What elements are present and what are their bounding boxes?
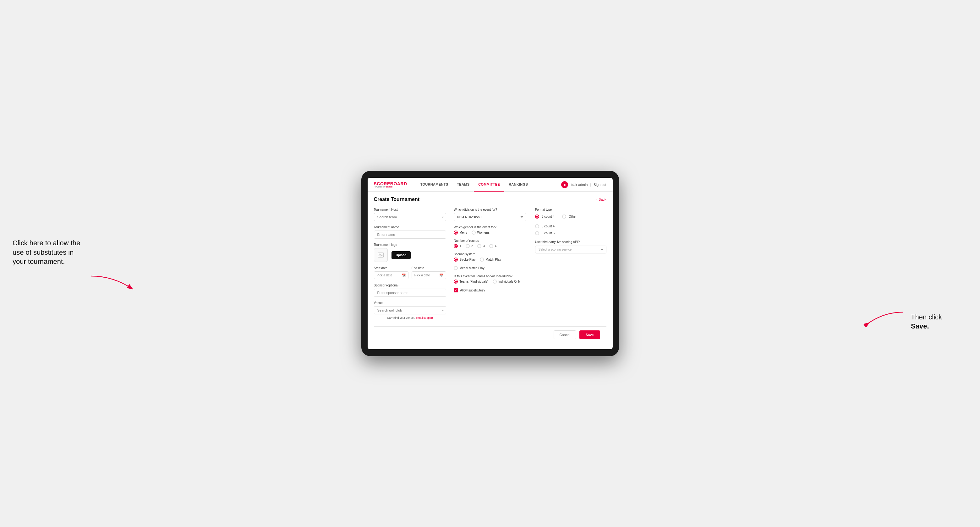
svg-rect-0	[378, 253, 383, 257]
nav-user-area: B blair admin | Sign out	[561, 181, 606, 188]
upload-button[interactable]: Upload	[391, 251, 411, 259]
logo-subtitle: Powered by clippd	[374, 186, 407, 188]
scoring-stroke-radio[interactable]	[454, 257, 458, 262]
format-type-label: Format type	[535, 208, 606, 211]
allow-subs-checkbox[interactable]: ✓	[454, 288, 458, 292]
form-footer: Cancel Save	[374, 326, 606, 343]
rounds-3[interactable]: 3	[477, 244, 485, 248]
annotation-left: Click here to allow the use of substitut…	[13, 238, 82, 266]
tournament-host-group: Tournament Host ▾	[374, 208, 447, 221]
tournament-name-group: Tournament name	[374, 225, 447, 239]
end-date-label: End date	[412, 266, 446, 270]
division-label: Which division is the event for?	[454, 208, 526, 211]
rounds-2[interactable]: 2	[466, 244, 473, 248]
start-date-group: Start date 📅	[374, 266, 409, 279]
logo-upload-area: Upload	[374, 248, 447, 262]
division-select[interactable]: NCAA Division I	[454, 213, 526, 221]
format-6count5-radio[interactable]	[535, 231, 539, 235]
tournament-name-input[interactable]	[374, 230, 447, 239]
user-name: blair admin	[571, 183, 587, 187]
rounds-4-label: 4	[495, 244, 497, 248]
tournament-host-input[interactable]	[374, 213, 447, 221]
format-6count5[interactable]: 6 count 5	[535, 231, 606, 235]
teams-plus-individuals[interactable]: Teams (+Individuals)	[454, 279, 488, 284]
format-other-radio[interactable]	[562, 214, 566, 219]
page-content: Create Tournament Back Tournament Host ▾	[368, 192, 613, 349]
save-button[interactable]: Save	[579, 330, 600, 339]
rounds-label: Number of rounds	[454, 239, 526, 243]
arrow-right-icon	[865, 309, 906, 326]
svg-point-1	[379, 254, 380, 255]
page-header: Create Tournament Back	[374, 197, 606, 202]
tournament-name-label: Tournament name	[374, 225, 447, 229]
scoring-label: Scoring system	[454, 252, 526, 256]
format-other[interactable]: Other	[562, 214, 577, 219]
rounds-4-radio[interactable]	[489, 244, 493, 248]
format-6count4[interactable]: 6 count 4	[535, 224, 606, 228]
gender-womens-radio[interactable]	[472, 230, 476, 235]
venue-group: Venue ▾ Can't find your venue? email sup…	[374, 301, 447, 319]
nav-committee[interactable]: COMMITTEE	[474, 178, 504, 192]
sponsor-label: Sponsor (optional)	[374, 284, 447, 287]
nav-rankings[interactable]: RANKINGS	[504, 178, 532, 192]
start-date-wrap: 📅	[374, 271, 409, 279]
scoring-match-radio[interactable]	[480, 257, 484, 262]
email-support-link[interactable]: email support	[416, 316, 433, 319]
gender-mens-label: Mens	[459, 231, 467, 234]
format-6count5-label: 6 count 5	[542, 232, 555, 235]
rounds-1[interactable]: 1	[454, 244, 461, 248]
venue-input[interactable]	[374, 306, 447, 314]
rounds-2-label: 2	[471, 244, 473, 248]
division-group: Which division is the event for? NCAA Di…	[454, 208, 526, 221]
gender-mens-radio[interactable]	[454, 230, 458, 235]
format-6count4-radio[interactable]	[535, 224, 539, 228]
rounds-4[interactable]: 4	[489, 244, 497, 248]
annotation-save-bold: Save.	[911, 322, 929, 330]
navigation: SCOREBOARD Powered by clippd TOURNAMENTS…	[368, 178, 613, 192]
individuals-only[interactable]: Individuals Only	[493, 279, 521, 284]
venue-dropdown-icon: ▾	[442, 309, 444, 312]
scoring-stroke-label: Stroke Play	[459, 258, 476, 261]
gender-mens[interactable]: Mens	[454, 230, 467, 235]
scoring-medal-label: Medal Match Play	[459, 266, 484, 270]
rounds-1-radio[interactable]	[454, 244, 458, 248]
teams-group: Is this event for Teams and/or Individua…	[454, 275, 526, 284]
start-date-calendar-icon: 📅	[402, 273, 406, 277]
form-col-1: Tournament Host ▾ Tournament name Tourna	[374, 208, 447, 324]
end-date-wrap: 📅	[412, 271, 446, 279]
individuals-radio[interactable]	[493, 279, 497, 284]
date-row: Start date 📅 End date 📅	[374, 266, 447, 279]
format-5count4[interactable]: 5 count 4	[535, 214, 555, 219]
tablet-device: SCOREBOARD Powered by clippd TOURNAMENTS…	[361, 171, 619, 356]
nav-tournaments[interactable]: TOURNAMENTS	[416, 178, 453, 192]
format-row-1: 5 count 4 Other	[535, 214, 606, 221]
format-5count4-radio[interactable]	[535, 214, 539, 219]
start-date-label: Start date	[374, 266, 409, 270]
scoring-group: Scoring system Stroke Play Match Play	[454, 252, 526, 270]
gender-radio-group: Mens Womens	[454, 230, 526, 235]
scoring-stroke[interactable]: Stroke Play	[454, 257, 476, 262]
nav-links: TOURNAMENTS TEAMS COMMITTEE RANKINGS	[416, 178, 562, 191]
gender-womens[interactable]: Womens	[472, 230, 490, 235]
teams-radio[interactable]	[454, 279, 458, 284]
annotation-right: Then click Save.	[911, 313, 967, 331]
rounds-3-radio[interactable]	[477, 244, 481, 248]
back-link[interactable]: Back	[597, 198, 606, 201]
sponsor-input[interactable]	[374, 289, 447, 297]
page-title: Create Tournament	[374, 197, 420, 202]
tournament-logo-group: Tournament logo Upload	[374, 243, 447, 262]
format-6count4-label: 6 count 4	[542, 225, 555, 228]
rounds-3-label: 3	[483, 244, 485, 248]
rounds-group: Number of rounds 1 2	[454, 239, 526, 248]
cancel-button[interactable]: Cancel	[554, 330, 576, 339]
rounds-2-radio[interactable]	[466, 244, 470, 248]
host-dropdown-icon: ▾	[442, 216, 444, 219]
scoring-match[interactable]: Match Play	[480, 257, 501, 262]
nav-teams[interactable]: TEAMS	[452, 178, 474, 192]
nav-divider: |	[590, 183, 591, 187]
form-col-2: Which division is the event for? NCAA Di…	[454, 208, 526, 324]
scoring-medal[interactable]: Medal Match Play	[454, 266, 484, 270]
sign-out-link[interactable]: Sign out	[593, 183, 606, 187]
scoring-api-select[interactable]: Select a scoring service	[535, 246, 606, 254]
scoring-medal-radio[interactable]	[454, 266, 458, 270]
